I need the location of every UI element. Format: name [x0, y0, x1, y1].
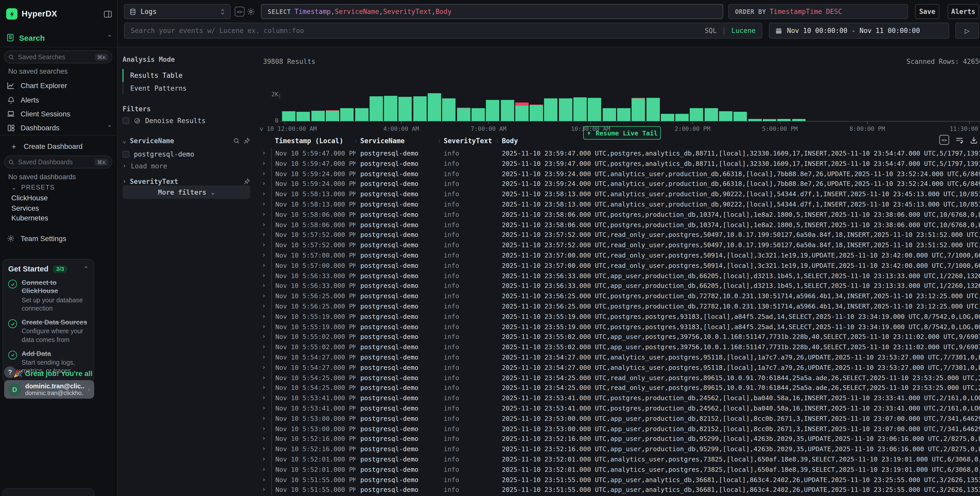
row-expand-icon[interactable]: ›: [262, 159, 266, 169]
col-header-severitytext[interactable]: SeverityText: [444, 137, 492, 145]
table-row[interactable]: ›Nov 10 5:59:24.000 PMpostgresql-demoinf…: [260, 169, 980, 179]
row-expand-icon[interactable]: ›: [262, 444, 266, 454]
histogram-bar[interactable]: [530, 105, 543, 121]
row-expand-icon[interactable]: ›: [262, 434, 266, 444]
row-expand-icon[interactable]: ›: [262, 424, 266, 434]
histogram-bar[interactable]: [326, 110, 339, 121]
histogram-bar[interactable]: [384, 96, 397, 121]
table-row[interactable]: ›Nov 10 5:57:52.000 PMpostgresql-demoinf…: [260, 230, 980, 240]
denoise-results-option[interactable]: Denoise Results: [123, 115, 250, 126]
histogram-bar[interactable]: [675, 113, 689, 121]
table-row[interactable]: ›Nov 10 5:54:25.000 PMpostgresql-demoinf…: [260, 373, 980, 383]
histogram-bar[interactable]: [297, 112, 310, 121]
table-row[interactable]: ›Nov 10 5:53:41.000 PMpostgresql-demoinf…: [260, 393, 980, 403]
table-row[interactable]: ›Nov 10 5:53:41.000 PMpostgresql-demoinf…: [260, 403, 980, 414]
run-query-button[interactable]: ▷: [955, 23, 979, 38]
table-row[interactable]: ›Nov 10 5:59:47.000 PMpostgresql-demoinf…: [260, 159, 980, 169]
row-expand-icon[interactable]: ›: [262, 169, 266, 179]
histogram-bar[interactable]: [442, 99, 456, 121]
sidebar-item-team-settings[interactable]: Team Settings: [6, 232, 112, 245]
table-row[interactable]: ›Nov 10 5:52:16.000 PMpostgresql-demoinf…: [260, 444, 980, 454]
histogram-bar[interactable]: [399, 97, 412, 121]
get-started-item[interactable]: Connect to ClickHouse Set up your databa…: [8, 279, 89, 313]
table-row[interactable]: ›Nov 10 5:58:13.000 PMpostgresql-demoinf…: [260, 199, 980, 210]
row-expand-icon[interactable]: ›: [262, 393, 266, 403]
filter-group-servicename[interactable]: ⌄ ServiceName: [123, 135, 250, 146]
preset-kubernetes[interactable]: Kubernetes: [11, 214, 48, 222]
mode-lucene-toggle[interactable]: Lucene: [732, 27, 756, 35]
chevron-up-icon[interactable]: ⌃: [83, 265, 89, 273]
histogram-bar[interactable]: [355, 108, 368, 121]
table-row[interactable]: ›Nov 10 5:55:19.000 PMpostgresql-demoinf…: [260, 312, 980, 322]
row-expand-icon[interactable]: ›: [262, 464, 266, 475]
row-expand-icon[interactable]: ›: [262, 261, 266, 271]
row-expand-icon[interactable]: ›: [262, 312, 266, 322]
row-expand-icon[interactable]: ›: [262, 220, 266, 230]
sidebar-item-search[interactable]: Search ⌃: [6, 32, 112, 44]
histogram-bar[interactable]: [705, 108, 718, 121]
table-row[interactable]: ›Nov 10 5:56:33.000 PMpostgresql-demoinf…: [260, 271, 980, 281]
pin-icon[interactable]: [243, 178, 250, 185]
row-expand-icon[interactable]: ›: [262, 240, 266, 250]
row-expand-icon[interactable]: ›: [262, 342, 266, 352]
table-row[interactable]: ›Nov 10 5:51:55.000 PMpostgresql-demoinf…: [260, 485, 980, 495]
histogram-bar[interactable]: [646, 98, 660, 121]
service-checkbox[interactable]: [123, 151, 129, 157]
row-expand-icon[interactable]: ›: [262, 352, 266, 363]
table-row[interactable]: ›Nov 10 5:55:19.000 PMpostgresql-demoinf…: [260, 322, 980, 332]
table-row[interactable]: ›Nov 10 5:57:00.000 PMpostgresql-demoinf…: [260, 261, 980, 271]
analysis-option-results-table[interactable]: Results Table: [123, 69, 226, 82]
row-expand-icon[interactable]: ›: [262, 485, 266, 495]
table-row[interactable]: ›Nov 10 5:54:27.000 PMpostgresql-demoinf…: [260, 352, 980, 363]
help-button[interactable]: ?: [4, 366, 16, 378]
sidebar-item-dashboards[interactable]: Dashboards ⌃: [6, 121, 112, 134]
table-row[interactable]: ›Nov 10 5:58:06.000 PMpostgresql-demoinf…: [260, 220, 980, 230]
histogram-bar[interactable]: [588, 98, 601, 121]
save-button[interactable]: Save: [915, 4, 939, 19]
sidebar-item-alerts[interactable]: Alerts: [6, 94, 112, 106]
mode-sql-toggle[interactable]: SQL: [705, 27, 717, 35]
table-row[interactable]: ›Nov 10 5:59:24.000 PMpostgresql-demoinf…: [260, 179, 980, 189]
histogram-bar[interactable]: [501, 100, 514, 121]
histogram-bar[interactable]: [515, 103, 528, 121]
histogram-bar[interactable]: [282, 112, 296, 121]
table-row[interactable]: ›Nov 10 5:52:01.000 PMpostgresql-demoinf…: [260, 454, 980, 464]
histogram-bar[interactable]: [661, 113, 674, 121]
row-expand-icon[interactable]: ›: [262, 454, 266, 464]
histogram-bar[interactable]: [369, 96, 383, 121]
table-row[interactable]: ›Nov 10 5:52:16.000 PMpostgresql-demoinf…: [260, 434, 980, 444]
col-header-servicename[interactable]: ServiceName: [360, 137, 404, 145]
table-row[interactable]: ›Nov 10 5:57:00.000 PMpostgresql-demoinf…: [260, 250, 980, 261]
alerts-button[interactable]: Alerts: [948, 4, 979, 19]
histogram-bar[interactable]: [311, 110, 325, 121]
histogram-bar[interactable]: [763, 119, 776, 121]
histogram-bar[interactable]: [777, 119, 791, 121]
row-expand-icon[interactable]: ›: [262, 322, 266, 332]
row-expand-icon[interactable]: ›: [262, 332, 266, 342]
table-row[interactable]: ›Nov 10 5:54:27.000 PMpostgresql-demoinf…: [260, 362, 980, 373]
filter-value-postgresql-demo[interactable]: postgresql-demo: [123, 148, 250, 159]
get-started-item[interactable]: Create Data Sources Configure where your…: [8, 318, 89, 344]
row-expand-icon[interactable]: ›: [262, 403, 266, 414]
histogram-bar[interactable]: [486, 100, 499, 121]
search-icon[interactable]: [233, 137, 240, 144]
sidebar-item-client-sessions[interactable]: Client Sessions: [6, 108, 112, 120]
query-settings-button[interactable]: [247, 7, 255, 16]
row-expand-icon[interactable]: ›: [262, 362, 266, 373]
row-expand-icon[interactable]: ›: [262, 210, 266, 220]
histogram-bar[interactable]: [544, 98, 558, 121]
load-more-button[interactable]: › Load more: [123, 160, 250, 172]
row-expand-icon[interactable]: ›: [262, 383, 266, 393]
table-row[interactable]: ›Nov 10 5:55:02.000 PMpostgresql-demoinf…: [260, 332, 980, 342]
presets-toggle[interactable]: ⌄ PRESETS: [11, 184, 55, 191]
row-expand-icon[interactable]: ›: [262, 250, 266, 261]
source-selector[interactable]: Logs: [124, 4, 231, 19]
row-expand-icon[interactable]: ›: [262, 199, 266, 210]
histogram-bar[interactable]: [748, 119, 762, 121]
histogram-bar[interactable]: [617, 108, 630, 121]
histogram-bar[interactable]: [603, 108, 616, 121]
preset-services[interactable]: Services: [11, 204, 39, 212]
date-range-picker[interactable]: Nov 10 00:00:00 - Nov 11 00:00:00: [769, 23, 949, 38]
histogram-bar[interactable]: [792, 119, 805, 121]
lucene-search-input[interactable]: Search your events w/ Lucene ex. column:…: [124, 23, 762, 38]
